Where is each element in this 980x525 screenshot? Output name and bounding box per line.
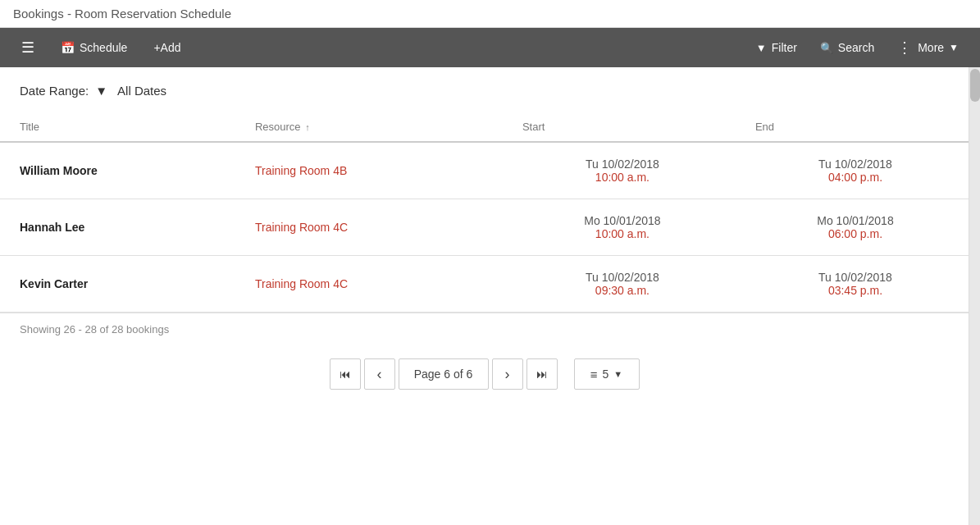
cell-resource-2: Training Room 4C [235, 256, 503, 313]
sort-icon: ↑ [305, 122, 310, 132]
cell-title-0: William Moore [0, 142, 235, 199]
col-title: Title [0, 112, 235, 142]
title-bar: Bookings - Room Reservation Schedule [0, 0, 980, 28]
calendar-icon: 📅 [61, 41, 75, 54]
filter-button[interactable]: ▼ Filter [745, 34, 809, 61]
filter-label: Filter [772, 41, 797, 54]
hamburger-menu-button[interactable]: ☰ [10, 32, 46, 63]
col-end: End [736, 112, 969, 142]
cell-resource-0: Training Room 4B [235, 142, 503, 199]
cell-resource-1: Training Room 4C [235, 199, 503, 256]
filter-icon: ▼ [756, 42, 767, 54]
content-area: Date Range: ▼ All Dates Title Resource ↑ [0, 67, 969, 525]
per-page-dropdown[interactable]: ≡ 5 ▼ [574, 358, 640, 390]
date-range-dropdown-icon: ▼ [95, 84, 107, 98]
chevron-down-icon: ▼ [949, 42, 959, 53]
app-title: Bookings [13, 7, 64, 21]
date-range-dropdown-button[interactable]: ▼ [95, 84, 107, 98]
search-button[interactable]: 🔍 Search [809, 34, 886, 61]
more-dots-icon: ⋮ [897, 39, 913, 57]
next-page-icon: › [505, 366, 510, 383]
col-start: Start [503, 112, 736, 142]
col-resource[interactable]: Resource ↑ [235, 112, 503, 142]
toolbar: ☰ 📅 Schedule +Add ▼ Filter 🔍 Search ⋮ Mo… [0, 28, 980, 67]
scrollbar[interactable] [969, 67, 980, 525]
date-range-row: Date Range: ▼ All Dates [0, 67, 969, 106]
cell-title-2: Kevin Carter [0, 256, 235, 313]
cell-end-1: Mo 10/01/2018 06:00 p.m. [736, 199, 969, 256]
first-page-icon: ⏮ [340, 368, 351, 381]
cell-end-2: Tu 10/02/2018 03:45 p.m. [736, 256, 969, 313]
cell-title-1: Hannah Lee [0, 199, 235, 256]
table-footer: Showing 26 - 28 of 28 bookings [0, 313, 969, 345]
add-button[interactable]: +Add [142, 34, 192, 61]
per-page-value: 5 [603, 368, 609, 381]
cell-end-0: Tu 10/02/2018 04:00 p.m. [736, 142, 969, 199]
per-page-chevron: ▼ [613, 369, 622, 379]
bookings-table: Title Resource ↑ Start End [0, 112, 969, 313]
prev-page-button[interactable]: ‹ [364, 358, 395, 390]
schedule-label: Schedule [80, 41, 127, 54]
pagination-area: ⏮ ‹ Page 6 of 6 › ⏭ ≡ 5 ▼ [0, 345, 969, 403]
scroll-thumb[interactable] [970, 69, 980, 102]
date-range-label: Date Range: [20, 84, 89, 98]
date-range-value: All Dates [117, 84, 166, 98]
page-info: Page 6 of 6 [399, 358, 489, 390]
title-separator: - [64, 7, 75, 21]
cell-start-2: Tu 10/02/2018 09:30 a.m. [503, 256, 736, 313]
prev-page-icon: ‹ [377, 366, 382, 383]
toolbar-right: ▼ Filter 🔍 Search ⋮ More ▼ [745, 32, 970, 63]
table-row[interactable]: Hannah Lee Training Room 4C Mo 10/01/201… [0, 199, 969, 256]
add-label: +Add [153, 41, 180, 54]
page-title: Room Reservation Schedule [75, 7, 231, 21]
search-label: Search [838, 41, 874, 54]
showing-text: Showing 26 - 28 of 28 bookings [20, 323, 169, 336]
page-info-text: Page 6 of 6 [414, 368, 473, 381]
more-button[interactable]: ⋮ More ▼ [886, 32, 970, 63]
main-content: Date Range: ▼ All Dates Title Resource ↑ [0, 67, 980, 525]
more-label: More [918, 41, 944, 54]
first-page-button[interactable]: ⏮ [330, 358, 361, 390]
table-header-row: Title Resource ↑ Start End [0, 112, 969, 142]
cell-start-0: Tu 10/02/2018 10:00 a.m. [503, 142, 736, 199]
next-page-button[interactable]: › [492, 358, 523, 390]
table-row[interactable]: Kevin Carter Training Room 4C Tu 10/02/2… [0, 256, 969, 313]
last-page-button[interactable]: ⏭ [526, 358, 558, 390]
last-page-icon: ⏭ [536, 368, 548, 381]
hamburger-icon: ☰ [21, 39, 34, 57]
schedule-button[interactable]: 📅 Schedule [49, 34, 139, 61]
search-icon: 🔍 [820, 42, 833, 54]
table-row[interactable]: William Moore Training Room 4B Tu 10/02/… [0, 142, 969, 199]
scroll-container: Date Range: ▼ All Dates Title Resource ↑ [0, 67, 980, 525]
cell-start-1: Mo 10/01/2018 10:00 a.m. [503, 199, 736, 256]
toolbar-left: ☰ 📅 Schedule +Add [10, 32, 745, 63]
per-page-list-icon: ≡ [590, 368, 598, 381]
